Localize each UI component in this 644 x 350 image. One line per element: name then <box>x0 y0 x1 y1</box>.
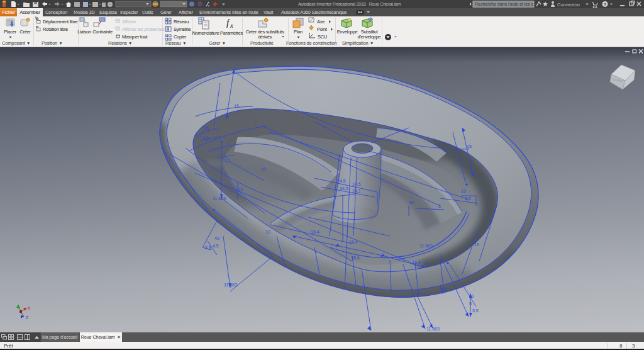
svg-text:15: 15 <box>238 188 243 192</box>
svg-text:10: 10 <box>469 294 474 298</box>
svg-text:18,4: 18,4 <box>351 256 360 260</box>
svg-text:10: 10 <box>265 230 270 234</box>
svg-text:10: 10 <box>261 167 266 171</box>
svg-text:15: 15 <box>204 126 209 130</box>
svg-text:1,5: 1,5 <box>224 158 230 162</box>
svg-text:?: ? <box>604 2 607 8</box>
svg-text:15: 15 <box>474 242 479 247</box>
svg-text:18,4: 18,4 <box>349 240 358 244</box>
svg-text:24,1: 24,1 <box>352 189 361 193</box>
svg-text:5,5: 5,5 <box>465 196 471 201</box>
svg-text:10: 10 <box>409 200 414 205</box>
svg-text:10: 10 <box>461 189 466 193</box>
svg-text:5: 5 <box>469 302 472 306</box>
svg-text:x: x <box>230 21 233 29</box>
svg-text:11.663: 11.663 <box>426 327 440 331</box>
svg-text:5: 5 <box>438 204 441 208</box>
svg-text:Z: Z <box>26 315 28 320</box>
svg-text:5,5: 5,5 <box>205 246 211 250</box>
svg-text:4,5: 4,5 <box>213 244 219 248</box>
svg-text:15: 15 <box>234 104 239 108</box>
svg-text:11.663: 11.663 <box>419 244 433 248</box>
svg-text:14,5: 14,5 <box>352 182 361 186</box>
svg-text:40: 40 <box>214 236 219 240</box>
svg-text:11.663: 11.663 <box>213 196 226 201</box>
svg-text:1,5: 1,5 <box>440 288 447 292</box>
svg-text:10: 10 <box>414 262 419 266</box>
svg-text:5,5: 5,5 <box>195 133 201 138</box>
svg-text:5,5: 5,5 <box>472 308 479 313</box>
svg-text:18,4: 18,4 <box>311 230 319 234</box>
svg-text:24,5: 24,5 <box>337 179 346 183</box>
svg-text:15: 15 <box>467 144 472 149</box>
svg-text:34,5: 34,5 <box>340 186 348 191</box>
svg-text:X: X <box>28 306 31 310</box>
svg-text:11.663: 11.663 <box>224 283 237 287</box>
svg-text:4,5: 4,5 <box>203 136 209 140</box>
